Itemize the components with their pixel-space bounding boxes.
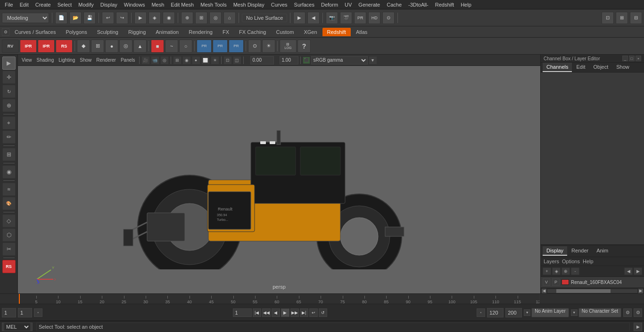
texture-btn[interactable]: ⬜ — [201, 56, 210, 65]
menu-display[interactable]: Display — [98, 1, 120, 8]
soft-select-btn[interactable]: ⌖ — [2, 116, 16, 130]
tab-polygons[interactable]: Polygons — [61, 28, 91, 36]
rs-icon-ipr2[interactable]: IPR — [38, 40, 55, 53]
anim-layer-btn[interactable]: No Anim Layer — [531, 308, 569, 317]
view-menu-btn[interactable]: View — [20, 56, 34, 65]
grid-btn[interactable]: ⊡ — [223, 56, 232, 65]
color-space-arrow[interactable]: ▼ — [369, 56, 377, 65]
rs-icon-box[interactable]: ■ — [151, 40, 164, 53]
scroll-right-btn[interactable]: ▶ — [638, 289, 643, 293]
snap-btn3[interactable]: ◎ — [209, 12, 222, 24]
layer-tab-display[interactable]: Display — [543, 246, 567, 256]
menu-3dtall[interactable]: -3DtoAll- — [405, 1, 431, 8]
redo-btn[interactable]: ↪ — [116, 12, 128, 24]
lasso-select-btn[interactable]: ◈ — [149, 12, 161, 24]
multi-cut-btn[interactable]: ✂ — [2, 243, 16, 256]
render-btn2[interactable]: ◀ — [307, 12, 320, 24]
camera-vp-btn[interactable]: 📹 — [151, 56, 159, 65]
rs-icon-light[interactable]: ☀ — [262, 40, 275, 53]
playback-frame-input[interactable] — [233, 308, 252, 317]
rs-icon-cone[interactable]: ▲ — [133, 40, 147, 53]
tab-edit[interactable]: Edit — [572, 63, 589, 72]
layout-btn1[interactable]: ⊡ — [602, 12, 614, 24]
tab-show[interactable]: Show — [612, 63, 633, 72]
select-tool-btn[interactable]: ▶ — [2, 57, 16, 70]
next-frame-btn[interactable]: ▶▶ — [290, 308, 299, 317]
script-run-btn[interactable]: ▶ — [634, 323, 642, 331]
camera-select-btn[interactable]: 🎥 — [141, 56, 150, 65]
tab-rendering[interactable]: Rendering — [184, 28, 217, 36]
layer-arrow-left[interactable]: ◀ — [624, 267, 633, 275]
anim-settings-btn[interactable]: ⚙ — [623, 308, 632, 317]
go-end-btn[interactable]: ↩ — [309, 308, 318, 317]
tab-fx[interactable]: FX — [218, 28, 234, 36]
rs-icon-globe[interactable]: ◎ — [119, 40, 132, 53]
undo-btn[interactable]: ↩ — [102, 12, 114, 24]
layers-sub-options[interactable]: Options — [562, 259, 580, 264]
menu-curves[interactable]: Curves — [268, 1, 290, 8]
scale-tool-btn[interactable]: ⊕ — [2, 99, 16, 112]
menu-edit-mesh[interactable]: Edit Mesh — [168, 1, 197, 8]
layer-color-swatch[interactable] — [561, 279, 569, 285]
sculpt-btn[interactable]: ≋ — [2, 183, 16, 196]
workspace-dropdown[interactable]: Modeling — [2, 13, 49, 23]
layer-add-obj-btn[interactable]: ⊕ — [561, 267, 570, 275]
smooth-btn[interactable]: ◉ — [182, 56, 191, 65]
render-view-btn[interactable]: ⊙ — [382, 12, 395, 24]
tabs-settings-btn[interactable]: ⚙ — [2, 28, 9, 36]
menu-file[interactable]: File — [2, 1, 16, 8]
light-btn[interactable]: ☀ — [211, 56, 219, 65]
menu-edit[interactable]: Edit — [17, 1, 32, 8]
snap-btn2[interactable]: ⊞ — [195, 12, 207, 24]
save-file-btn[interactable]: 💾 — [83, 12, 96, 24]
layer-tab-render[interactable]: Render — [568, 246, 592, 256]
rs-icon-ipr[interactable]: IPR — [20, 40, 37, 53]
camera-btn2[interactable]: 🎬 — [340, 12, 352, 24]
timeline-ruler[interactable]: 1510152025303540455055606570758085909510… — [19, 294, 539, 304]
char-settings-btn[interactable]: ⚙ — [634, 308, 642, 317]
script-mode-dropdown[interactable]: MEL Python — [2, 323, 33, 331]
scroll-track[interactable] — [547, 289, 637, 293]
panel-close-btn[interactable]: × — [636, 56, 641, 61]
paint-select-btn[interactable]: ◉ — [163, 12, 175, 24]
range-handle[interactable]: ▪ — [34, 308, 42, 317]
start-frame-input[interactable] — [18, 308, 32, 317]
rs-icon-pr2[interactable]: PR — [213, 40, 228, 53]
char-set-arrow[interactable]: ▼ — [571, 309, 578, 316]
show-menu-btn[interactable]: Show — [78, 56, 93, 65]
menu-deform[interactable]: Deform — [318, 1, 341, 8]
layer-tab-anim[interactable]: Anim — [593, 246, 612, 256]
rs-icon-rv[interactable]: RV — [2, 40, 19, 53]
rs-icon-grid[interactable]: ⊞ — [91, 40, 104, 53]
menu-mesh[interactable]: Mesh — [149, 1, 167, 8]
rs-icon-log[interactable]: ▤LOG — [280, 40, 297, 53]
rs-icon-curve[interactable]: ~ — [165, 40, 178, 53]
renderer-menu-btn[interactable]: Renderer — [94, 56, 118, 65]
color-mgmt-btn[interactable]: ⬛ — [303, 57, 310, 64]
color-btn[interactable]: 🎨 — [2, 197, 16, 210]
rs-icon-sphere[interactable]: ● — [105, 40, 118, 53]
redshift-icon-btn[interactable]: RS — [2, 260, 16, 273]
rs-icon-circle[interactable]: ○ — [179, 40, 192, 53]
command-input[interactable]: Select Tool: select an object — [36, 323, 630, 331]
tab-atlas[interactable]: Atlas — [351, 28, 372, 36]
tab-rigging[interactable]: Rigging — [124, 28, 150, 36]
create-poly-btn[interactable]: ⬡ — [2, 228, 16, 242]
rs-icon-diamond[interactable]: ◆ — [77, 40, 90, 53]
current-frame-input[interactable] — [2, 308, 16, 317]
tab-sculpting[interactable]: Sculpting — [92, 28, 123, 36]
panels-menu-btn[interactable]: Panels — [119, 56, 137, 65]
menu-cache[interactable]: Cache — [384, 1, 405, 8]
shading-menu-btn[interactable]: Shading — [35, 56, 56, 65]
menu-select[interactable]: Select — [55, 1, 75, 8]
resolution-btn[interactable]: PR — [354, 12, 366, 24]
shadow-btn[interactable]: ◫ — [233, 56, 241, 65]
menu-mesh-display[interactable]: Mesh Display — [231, 1, 267, 8]
scroll-thumb[interactable] — [556, 289, 611, 293]
rs-icon-pr3[interactable]: PR — [229, 40, 244, 53]
menu-redshift[interactable]: Redshift — [432, 1, 457, 8]
lighting-menu-btn[interactable]: Lighting — [57, 56, 77, 65]
rs-icon-help[interactable]: ? — [297, 40, 311, 53]
menu-generate[interactable]: Generate — [355, 1, 383, 8]
viewport[interactable]: Renault 350.94 Turbo... — [18, 66, 540, 293]
